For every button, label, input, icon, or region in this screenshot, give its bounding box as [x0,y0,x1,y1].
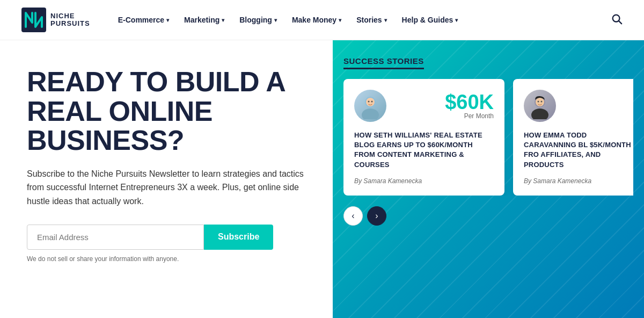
help-dropdown-arrow: ▾ [455,17,458,23]
card-title-1: HOW SETH WILLIAMS' REAL ESTATE BLOG EARN… [354,131,494,170]
next-arrow-button[interactable]: › [367,206,386,226]
stories-cards-row: $60K Per Month HOW SETH WILLIAMS' REAL E… [343,79,633,196]
nav-item-ecommerce[interactable]: E-Commerce ▾ [112,11,175,28]
nav-item-make-money[interactable]: Make Money ▾ [286,11,348,28]
svg-point-12 [541,101,543,103]
logo[interactable]: NICHE PURSUITS [21,8,90,32]
nav-menu: E-Commerce ▾ Marketing ▾ Blogging ▾ Make… [112,11,611,28]
hero-heading: READY TO BUILD A REAL ONLINE BUSINESS? [27,67,306,155]
hero-section: READY TO BUILD A REAL ONLINE BUSINESS? S… [0,40,333,318]
svg-point-6 [368,101,370,103]
marketing-dropdown-arrow: ▾ [222,17,224,23]
amount-value-1: $60K [445,92,494,112]
svg-point-9 [531,109,548,119]
card-author-2: By Samara Kamenecka [524,177,631,185]
earning-amount-1: $60K Per Month [445,92,494,120]
main-wrapper: READY TO BUILD A REAL ONLINE BUSINESS? S… [0,40,644,318]
story-card-1[interactable]: $60K Per Month HOW SETH WILLIAMS' REAL E… [343,79,504,196]
card-top-1: $60K Per Month [354,90,494,122]
avatar-1 [354,90,386,122]
story-card-2[interactable]: HOW EMMA TODD CARAVANNING BL $5K/MONTH F… [513,79,633,196]
blogging-dropdown-arrow: ▾ [274,17,277,23]
ecommerce-dropdown-arrow: ▾ [166,17,169,23]
hero-subtext: Subscribe to the Niche Pursuits Newslett… [27,167,306,208]
nav-item-blogging[interactable]: Blogging ▾ [233,11,283,28]
logo-text: NICHE PURSUITS [50,12,90,28]
stories-section: SUCCESS STORIES [333,40,644,318]
prev-arrow-button[interactable]: ‹ [343,206,363,226]
stories-dropdown-arrow: ▾ [384,17,387,23]
email-input[interactable] [27,225,204,250]
avatar-2 [524,90,556,122]
amount-period-1: Per Month [445,112,494,120]
svg-point-11 [538,101,539,103]
subscribe-form: Subscribe [27,225,306,250]
story-nav-arrows: ‹ › [343,206,633,226]
make-money-dropdown-arrow: ▾ [339,17,341,23]
nav-item-stories[interactable]: Stories ▾ [350,11,393,28]
subscribe-button[interactable]: Subscribe [204,225,273,250]
search-button[interactable] [611,13,623,27]
card-title-2: HOW EMMA TODD CARAVANNING BL $5K/MONTH F… [524,131,631,170]
stories-label: SUCCESS STORIES [343,56,424,69]
hero-right: SUCCESS STORIES [333,40,644,318]
nav-item-marketing[interactable]: Marketing ▾ [178,11,231,28]
svg-point-7 [371,101,373,103]
card-author-1: By Samara Kamenecka [354,177,494,185]
svg-point-4 [362,109,379,119]
card-top-2 [524,90,631,122]
nav-item-help[interactable]: Help & Guides ▾ [396,11,465,28]
search-icon [611,13,623,25]
main-nav: NICHE PURSUITS E-Commerce ▾ Marketing ▾ … [0,0,644,40]
privacy-note: We do not sell or share your information… [27,255,306,263]
svg-line-2 [619,21,621,24]
